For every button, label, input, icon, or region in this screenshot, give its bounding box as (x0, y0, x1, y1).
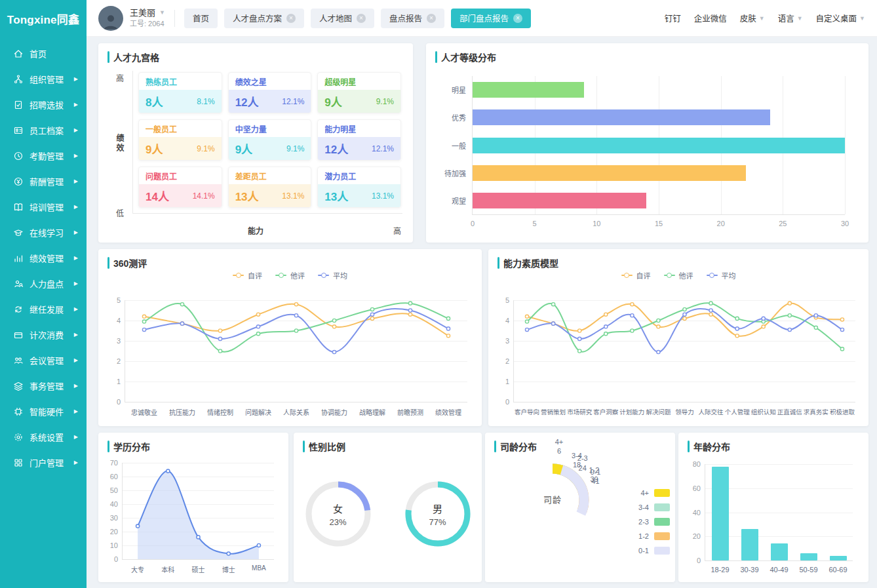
chart-legend: 自评他评平均 (497, 270, 859, 281)
data-point (604, 313, 608, 316)
nine-grid-cell-skilled[interactable]: 熟练员工8人8.1% (138, 72, 222, 113)
cell-label: 能力明星 (318, 120, 400, 137)
close-icon[interactable]: × (286, 14, 296, 23)
x-category-label: 忠诚敬业 (131, 407, 157, 417)
tab-dept-review-report[interactable]: 部门盘点报告 × (451, 9, 531, 28)
tenure-center-label: 司龄 (543, 495, 562, 506)
sidebar-item-label: 智能硬件 (29, 405, 64, 418)
chevron-down-icon: ▼ (797, 15, 803, 22)
education-area-chart: 010203040506070大专本科硕士博士MBA (105, 456, 279, 578)
data-point (578, 337, 581, 340)
y-tick-label: 50 (110, 486, 118, 494)
bar-50-59 (800, 553, 817, 560)
tab-label: 盘点报告 (389, 12, 422, 24)
tab-talent-map[interactable]: 人才地图 × (311, 9, 374, 28)
tab-bar: 首页 人才盘点方案 × 人才地图 × 盘点报告 × 部门盘点报告 × (184, 9, 531, 28)
user-avatar[interactable] (98, 6, 123, 31)
dropdown-label: 自定义桌面 (816, 12, 857, 24)
sidebar-item-label: 系统设置 (29, 431, 64, 443)
sidebar-item-label: 组织管理 (29, 73, 64, 85)
data-point (408, 302, 412, 305)
legend-label: 3-4 (638, 503, 649, 511)
sidebar-item-talent-review[interactable]: 人力盘点 ▶ (0, 271, 87, 296)
sidebar-item-online-learning[interactable]: 在线学习 ▶ (0, 220, 87, 245)
legend-item-1-2: 1-2 (638, 532, 670, 540)
data-point (408, 313, 412, 316)
y-tick-label: 5 (505, 296, 509, 304)
panel-education: 学历分布 010203040506070大专本科硕士博士MBA (98, 433, 288, 582)
nine-grid-cell-ability-star[interactable]: 能力明星12人12.1% (317, 119, 401, 161)
y-category-label: 观望 (452, 195, 466, 206)
user-info: 王美丽 ▼ 工号: 2064 (130, 8, 165, 29)
x-category-label: MBA (252, 564, 266, 572)
bar-30-39 (741, 529, 758, 560)
sidebar-item-employee-file[interactable]: 员工档案 ▶ (0, 117, 87, 143)
nine-grid-cell-gap[interactable]: 差距员工13人13.1% (228, 167, 312, 208)
sidebar-item-affairs[interactable]: 事务管理 ▶ (0, 373, 87, 399)
close-icon[interactable]: × (357, 14, 366, 23)
wecom-link[interactable]: 企业微信 (694, 12, 727, 24)
talent-level-bar-chart: 051015202530明星优秀一般待加强观望 (437, 67, 855, 236)
custom-desktop-dropdown[interactable]: 自定义桌面▼ (816, 12, 865, 24)
x-category-label: 18-29 (711, 566, 729, 574)
sidebar-item-label: 培训管理 (29, 201, 64, 213)
employee-card-icon (13, 125, 24, 136)
sidebar-item-org[interactable]: 组织管理 ▶ (0, 66, 87, 92)
skin-dropdown[interactable]: 皮肤▼ (740, 12, 765, 24)
tenure-slice-label: 2-324 (577, 454, 588, 473)
data-point (788, 314, 791, 317)
data-point (332, 350, 336, 353)
cell-percent: 13.1% (372, 191, 394, 201)
sidebar-item-performance[interactable]: 绩效管理 ▶ (0, 245, 87, 271)
cell-label: 熟练员工 (139, 73, 222, 90)
x-tick-label: 0 (471, 220, 475, 227)
sidebar-item-meeting[interactable]: 会议管理 ▶ (0, 347, 87, 373)
y-tick-label: 2 (505, 357, 509, 365)
nine-grid-cell-super-star[interactable]: 超级明星9人9.1% (317, 72, 401, 113)
sidebar-item-hardware[interactable]: 智能硬件 ▶ (0, 399, 87, 424)
tab-talent-plan[interactable]: 人才盘点方案 × (224, 9, 304, 28)
close-icon[interactable]: × (513, 14, 522, 23)
y-tick-label: 10 (110, 541, 118, 549)
chevron-right-icon: ▶ (74, 178, 78, 184)
cell-value: 12人 (235, 93, 259, 109)
legend-item-3-4: 3-4 (638, 503, 670, 511)
data-point (525, 315, 528, 318)
data-point (227, 552, 230, 555)
bar-明星 (473, 82, 584, 98)
sidebar-item-recruit[interactable]: 招聘选拔 ▶ (0, 92, 87, 117)
dingtalk-link[interactable]: 钉钉 (665, 12, 681, 24)
x-category-label: 绩效管理 (435, 407, 461, 417)
data-point (762, 325, 765, 328)
data-point (735, 327, 739, 330)
nine-grid-cell-problem[interactable]: 问题员工14人14.1% (138, 167, 222, 208)
user-name-row[interactable]: 王美丽 ▼ (130, 8, 165, 18)
x-axis-title: 能力 (248, 225, 263, 236)
x-category-label: 求真务实 (804, 407, 828, 416)
sidebar-item-settings[interactable]: 系统设置 ▶ (0, 424, 87, 450)
cell-value: 13人 (324, 187, 348, 204)
sidebar-item-training[interactable]: 培训管理 ▶ (0, 194, 87, 220)
gender-donut-女: 女23% (304, 480, 372, 548)
sidebar-item-home[interactable]: 首页 (0, 41, 87, 66)
legend-marker (621, 275, 633, 276)
chip-icon (13, 406, 24, 417)
nine-grid-cell-performance-star[interactable]: 绩效之星12人12.1% (228, 72, 312, 113)
close-icon[interactable]: × (427, 14, 436, 23)
nine-grid-cell-general[interactable]: 一般员工9人9.1% (138, 119, 222, 161)
donut-row: 女23%男77% (304, 459, 471, 569)
language-dropdown[interactable]: 语言▼ (778, 12, 803, 24)
tab-review-report[interactable]: 盘点报告 × (381, 9, 444, 28)
data-point (166, 469, 170, 473)
sidebar-item-portal[interactable]: 门户管理 ▶ (0, 450, 87, 475)
tab-home[interactable]: 首页 (184, 9, 218, 28)
sidebar-item-consumption[interactable]: 计次消费 ▶ (0, 322, 87, 347)
nine-grid-cell-backbone[interactable]: 中坚力量9人9.1% (228, 119, 312, 161)
topbar: 王美丽 ▼ 工号: 2064 首页 人才盘点方案 × 人才地图 × 盘点报告 ×… (87, 0, 877, 37)
sidebar-item-succession[interactable]: 继任发展 ▶ (0, 296, 87, 322)
nine-grid-cell-potential[interactable]: 潜力员工13人13.1% (317, 167, 401, 208)
data-point (657, 325, 660, 328)
sidebar-item-salary[interactable]: 薪酬管理 ▶ (0, 168, 87, 194)
chevron-right-icon: ▶ (74, 383, 78, 389)
sidebar-item-attendance[interactable]: 考勤管理 ▶ (0, 143, 87, 168)
